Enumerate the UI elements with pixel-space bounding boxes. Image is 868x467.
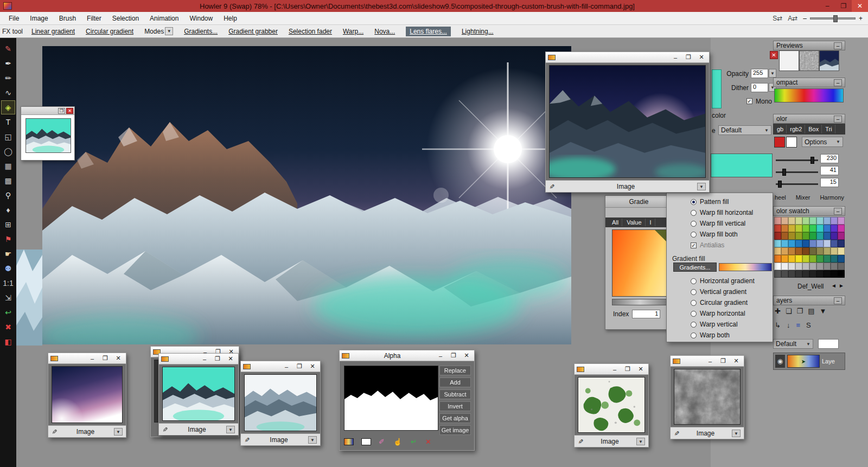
palette-swatch[interactable]	[774, 217, 781, 225]
brush-icon[interactable]: ✐	[379, 438, 385, 446]
zoom-100-tool[interactable]: 1:1	[2, 277, 15, 290]
palette-swatch[interactable]	[824, 217, 831, 225]
palette-swatch[interactable]	[838, 247, 845, 255]
eyedropper-tool[interactable]: ♦	[2, 203, 15, 216]
puppet-tool[interactable]: ⚉	[2, 262, 15, 275]
layer-fx-icon[interactable]: S	[806, 321, 811, 329]
palette-swatch[interactable]	[838, 255, 845, 263]
palette-swatch[interactable]	[824, 240, 831, 247]
gradients-button[interactable]: Gradients...	[184, 28, 218, 35]
canvas-left-fragment[interactable]	[16, 250, 42, 346]
linear-gradient-button[interactable]: Linear gradient	[31, 28, 75, 35]
lens-flares-button[interactable]: Lens flares...	[406, 27, 451, 36]
alpha-button[interactable]: Replace	[439, 366, 471, 375]
eyedropper-icon[interactable]: ✎	[161, 426, 169, 432]
color-panel-header[interactable]: olor –	[773, 114, 845, 124]
palette-swatch[interactable]	[838, 225, 845, 232]
palette-swatch[interactable]	[809, 225, 816, 232]
palette-swatch[interactable]	[824, 270, 831, 278]
menu-item[interactable]: Window	[184, 12, 218, 25]
pan-tool[interactable]: ☛	[2, 247, 15, 260]
pen-tool[interactable]: ✒	[2, 57, 15, 70]
palette-swatch[interactable]	[795, 270, 802, 278]
navigator-titlebar[interactable]: ❐ ✕	[21, 107, 74, 115]
close-icon[interactable]: ✕	[113, 355, 124, 362]
airbrush-tool[interactable]: ✎	[2, 42, 15, 55]
palette-swatch[interactable]	[831, 263, 838, 270]
image-window-titlebar[interactable]: – ❐ ✕	[671, 356, 744, 367]
gradient-scrollbar[interactable]	[612, 299, 668, 305]
pattern-tool[interactable]: ▦	[2, 159, 15, 172]
image-window-titlebar[interactable]: – ❐ ✕	[48, 353, 126, 364]
palette-swatch[interactable]	[802, 217, 809, 225]
gradient-preview[interactable]	[612, 229, 668, 297]
gradient-fill-preview[interactable]	[719, 263, 772, 271]
palette-swatch[interactable]	[816, 225, 824, 232]
palette-swatch[interactable]	[795, 232, 802, 240]
collapse-icon[interactable]: –	[834, 42, 842, 49]
gradient-fill-option[interactable]: Warp horizontal	[667, 308, 773, 319]
layer-list-icon[interactable]: ≡	[796, 321, 800, 329]
close-icon[interactable]: ✕	[66, 108, 73, 114]
alpha-button[interactable]: Get image	[439, 425, 471, 435]
color-tab[interactable]: Box	[806, 125, 822, 133]
eyedropper-icon[interactable]: ✎	[548, 183, 556, 189]
discard-icon[interactable]: ✕	[425, 438, 431, 446]
close-icon[interactable]: ✕	[696, 54, 707, 61]
minimize-icon[interactable]: –	[199, 356, 210, 362]
color-mode-button[interactable]: heel	[775, 194, 786, 201]
color-options-dropdown[interactable]: Options ▼	[802, 137, 843, 147]
pin-tool[interactable]: ⚑	[2, 233, 15, 246]
zoom-out-icon[interactable]: –	[803, 15, 807, 22]
gradient-grabber-button[interactable]: Gradient grabber	[228, 28, 278, 35]
image-window-gradient[interactable]: – ❐ ✕ ✎ Image ▼	[48, 353, 126, 438]
slider-value-b[interactable]: 15	[820, 178, 839, 187]
palette-swatch[interactable]	[774, 240, 781, 247]
well-next-icon[interactable]: ►	[839, 283, 844, 289]
palette-swatch[interactable]	[809, 255, 816, 263]
close-icon[interactable]: ✕	[635, 366, 646, 373]
maximize-icon[interactable]: ❐	[448, 352, 459, 359]
opacity-value[interactable]: 255	[751, 69, 768, 78]
palette-swatch[interactable]	[795, 255, 802, 263]
fill-option[interactable]: Pattern fill	[667, 196, 773, 207]
current-color-swatch[interactable]	[711, 153, 773, 177]
palette-swatch[interactable]	[788, 217, 795, 225]
layer-visibility-icon[interactable]: ◉	[775, 355, 785, 368]
palette-swatch[interactable]	[774, 225, 781, 232]
palette-swatch[interactable]	[781, 263, 788, 270]
collapse-icon[interactable]: –	[834, 208, 842, 215]
palette-swatch[interactable]	[802, 270, 809, 278]
collapse-icon[interactable]: –	[834, 297, 842, 304]
palette-swatch[interactable]	[788, 240, 795, 247]
palette-swatch[interactable]	[802, 225, 809, 232]
palette-swatch[interactable]	[774, 270, 781, 278]
circular-gradient-button[interactable]: Circular gradient	[86, 28, 133, 35]
gradient-fill-option[interactable]: Horizontal gradient	[667, 276, 773, 286]
image-window-titlebar[interactable]: – ❐ ✕	[575, 364, 648, 375]
fill-option[interactable]: Warp fill vertical	[667, 218, 773, 229]
palette-swatch[interactable]	[788, 225, 795, 232]
palette-swatch[interactable]	[802, 232, 809, 240]
compact-color-picker[interactable]	[774, 88, 844, 103]
modes-dropdown[interactable]: Modes ▼	[144, 27, 173, 35]
ellipse-tool[interactable]: ◯	[2, 145, 15, 158]
restore-icon[interactable]: ❐	[58, 108, 65, 114]
paste-layer-icon[interactable]: ▤	[808, 307, 814, 315]
palette-swatch[interactable]	[824, 263, 831, 270]
opacity-dropdown-icon[interactable]: ▼	[769, 69, 776, 78]
palette-swatch[interactable]	[809, 240, 816, 247]
palette-swatch[interactable]	[816, 232, 824, 240]
palette-swatch[interactable]	[781, 270, 788, 278]
gradient-tab[interactable]: All	[609, 219, 622, 226]
image-content[interactable]	[52, 366, 123, 423]
nova-button[interactable]: Nova...	[374, 28, 395, 35]
zoom-slider-handle[interactable]	[833, 15, 838, 22]
chevron-down-icon[interactable]: ▼	[114, 428, 123, 436]
palette-swatch[interactable]	[838, 263, 845, 270]
chevron-down-icon[interactable]: ▼	[308, 436, 317, 444]
palette-swatch[interactable]	[788, 255, 795, 263]
gradient-window[interactable]: Gradie AllValueI Index 1	[605, 195, 673, 330]
eyedropper-icon[interactable]: ✎	[50, 428, 58, 434]
thumb-up-icon[interactable]: ☝	[393, 438, 402, 446]
